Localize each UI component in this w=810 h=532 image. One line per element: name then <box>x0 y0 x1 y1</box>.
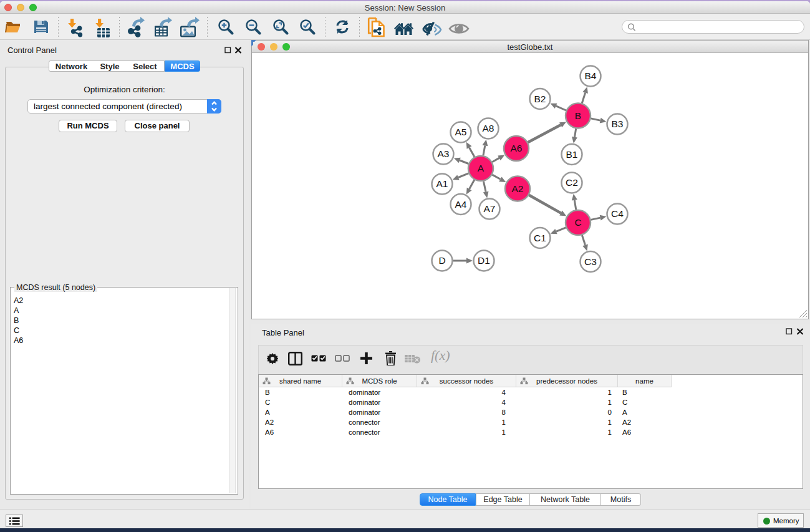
svg-text:A8: A8 <box>483 123 494 133</box>
svg-text:D: D <box>438 255 445 266</box>
svg-text:C3: C3 <box>584 256 597 267</box>
svg-text:B1: B1 <box>566 149 578 160</box>
svg-text:C: C <box>574 217 581 228</box>
svg-text:C4: C4 <box>611 208 624 219</box>
svg-text:B2: B2 <box>534 94 546 104</box>
svg-text:D1: D1 <box>478 255 490 266</box>
svg-text:C2: C2 <box>566 177 578 188</box>
svg-text:A4: A4 <box>455 199 467 210</box>
svg-text:A: A <box>478 163 485 173</box>
svg-text:A3: A3 <box>438 148 450 159</box>
svg-text:A2: A2 <box>512 183 524 194</box>
svg-text:A7: A7 <box>484 203 496 214</box>
svg-text:B: B <box>575 110 581 121</box>
svg-text:A1: A1 <box>436 178 448 189</box>
svg-text:C1: C1 <box>534 233 546 243</box>
svg-text:B4: B4 <box>585 70 597 81</box>
svg-text:B3: B3 <box>612 118 624 129</box>
svg-text:A6: A6 <box>511 143 523 153</box>
svg-text:A5: A5 <box>455 127 467 137</box>
